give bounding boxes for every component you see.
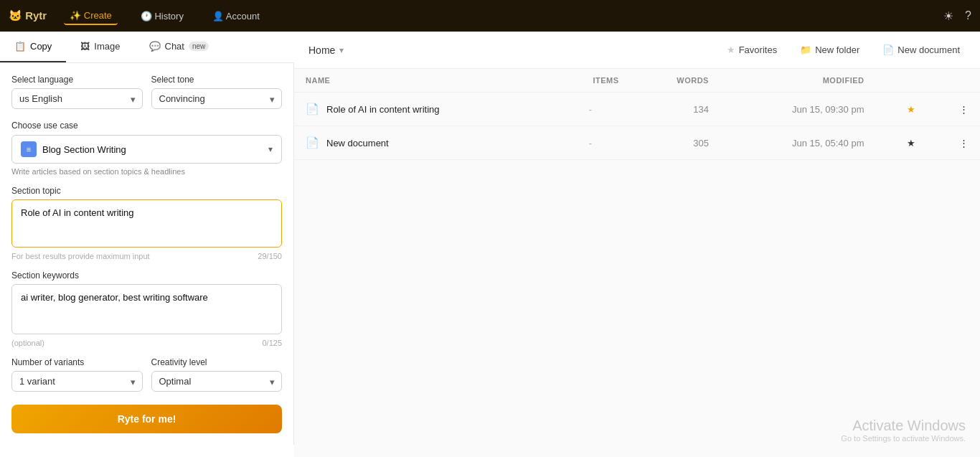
variants-select[interactable]: 1 variant xyxy=(11,371,143,392)
document-icon: 📄 xyxy=(882,44,894,55)
file-icon: 📄 xyxy=(306,136,319,149)
image-label: Image xyxy=(94,41,120,52)
right-actions: ★ Favorites 📁 New folder 📄 New document xyxy=(721,42,966,58)
tone-select-wrapper: Convincing xyxy=(151,88,283,109)
file-modified: Jun 15, 05:40 pm xyxy=(720,126,876,160)
table-body: 📄 Role of AI in content writing - 134 Ju… xyxy=(294,93,980,160)
new-folder-button[interactable]: 📁 New folder xyxy=(794,42,865,58)
section-topic-count: 29/150 xyxy=(258,252,282,260)
file-name-cell: 📄 New document xyxy=(294,126,550,160)
new-document-button[interactable]: 📄 New document xyxy=(877,42,966,58)
file-icon: 📄 xyxy=(306,103,319,116)
use-case-icon: ≡ xyxy=(21,141,37,157)
breadcrumb-text: Home xyxy=(308,44,335,56)
table-header: NAME ITEMS WORDS MODIFIED xyxy=(294,69,980,93)
creativity-select[interactable]: Optimal xyxy=(151,371,283,392)
right-panel: Home ▾ ★ Favorites 📁 New folder 📄 New do… xyxy=(294,32,980,457)
table-row[interactable]: 📄 Role of AI in content writing - 134 Ju… xyxy=(294,93,980,126)
main-layout: 📋 Copy 🖼 Image 💬 Chat new Select languag… xyxy=(0,32,980,457)
section-keywords-label: Section keywords xyxy=(11,270,282,281)
variants-creativity-row: Number of variants 1 variant Creativity … xyxy=(11,357,282,392)
file-name-cell: 📄 Role of AI in content writing xyxy=(294,93,550,126)
section-topic-hint-text: For best results provide maximum input xyxy=(11,252,150,260)
history-label: 🕐 History xyxy=(141,11,184,22)
variants-label: Number of variants xyxy=(11,357,143,367)
chat-badge: new xyxy=(189,42,209,51)
col-items: ITEMS xyxy=(550,69,630,93)
tone-label: Select tone xyxy=(151,75,283,85)
top-nav: 🐱 Rytr ✨ Create 🕐 History 👤 Account ☀ ? xyxy=(0,0,980,32)
variants-select-wrapper: 1 variant xyxy=(11,371,143,392)
use-case-desc: Write articles based on section topics &… xyxy=(11,167,282,176)
favorites-label: Favorites xyxy=(739,44,777,55)
file-words: 134 xyxy=(631,93,720,126)
breadcrumb-chevron-icon: ▾ xyxy=(339,45,344,55)
tone-select[interactable]: Convincing xyxy=(151,88,283,109)
file-items: - xyxy=(550,93,630,126)
file-more[interactable]: ⋮ xyxy=(927,126,980,160)
tab-chat[interactable]: 💬 Chat new xyxy=(135,32,224,62)
copy-icon: 📋 xyxy=(14,41,26,52)
logo-text: 🐱 Rytr xyxy=(9,9,47,22)
favorites-button[interactable]: ★ Favorites xyxy=(721,42,783,58)
new-document-label: New document xyxy=(897,44,960,55)
folder-icon: 📁 xyxy=(800,44,811,55)
language-tone-row: Select language us English Select tone C… xyxy=(11,75,282,109)
sub-nav: 📋 Copy 🖼 Image 💬 Chat new xyxy=(0,32,294,63)
file-table: NAME ITEMS WORDS MODIFIED 📄 Role of AI i… xyxy=(294,69,980,160)
nav-create[interactable]: ✨ Create xyxy=(64,7,118,25)
table-row[interactable]: 📄 New document - 305 Jun 15, 05:40 pm ★ … xyxy=(294,126,980,160)
creativity-label: Creativity level xyxy=(151,357,283,367)
chat-icon: 💬 xyxy=(149,41,161,52)
file-name: Role of AI in content writing xyxy=(326,104,440,115)
breadcrumb[interactable]: Home ▾ xyxy=(308,44,344,56)
section-keywords-input[interactable]: ai writer, blog generator, best writing … xyxy=(11,284,282,334)
col-star xyxy=(875,69,927,93)
help-icon[interactable]: ? xyxy=(965,9,971,22)
section-topic-input[interactable]: Role of AI in content writing xyxy=(11,199,282,248)
tone-group: Select tone Convincing xyxy=(151,75,283,109)
file-modified: Jun 15, 09:30 pm xyxy=(720,93,876,126)
image-icon: 🖼 xyxy=(80,41,90,52)
tab-image[interactable]: 🖼 Image xyxy=(66,32,134,62)
logo[interactable]: 🐱 Rytr xyxy=(9,9,47,22)
col-name: NAME xyxy=(294,69,550,93)
chat-label: Chat xyxy=(165,41,184,52)
file-name: New document xyxy=(326,138,389,149)
nav-account[interactable]: 👤 Account xyxy=(207,8,265,24)
language-group: Select language us English xyxy=(11,75,143,109)
new-folder-label: New folder xyxy=(815,44,859,55)
use-case-select[interactable]: ≡ Blog Section Writing ▾ xyxy=(11,135,282,164)
account-label: 👤 Account xyxy=(212,11,260,22)
keywords-optional: (optional) xyxy=(11,339,44,347)
tab-copy[interactable]: 📋 Copy xyxy=(0,32,66,62)
col-modified: MODIFIED xyxy=(720,69,876,93)
file-star[interactable]: ★ xyxy=(875,93,927,126)
use-case-label: Choose use case xyxy=(11,121,282,131)
create-label: ✨ Create xyxy=(70,10,112,21)
nav-right: ☀ ? xyxy=(943,9,971,23)
col-words: WORDS xyxy=(631,69,720,93)
nav-history[interactable]: 🕐 History xyxy=(135,8,189,24)
section-topic-label: Section topic xyxy=(11,186,282,196)
keywords-hint: (optional) 0/125 xyxy=(11,339,282,347)
keywords-count: 0/125 xyxy=(262,339,282,347)
file-more[interactable]: ⋮ xyxy=(927,93,980,126)
file-words: 305 xyxy=(631,126,720,160)
creativity-select-wrapper: Optimal xyxy=(151,371,283,392)
section-topic-hint: For best results provide maximum input 2… xyxy=(11,252,282,260)
language-label: Select language xyxy=(11,75,143,85)
variants-group: Number of variants 1 variant xyxy=(11,357,143,392)
sun-icon[interactable]: ☀ xyxy=(943,9,953,23)
copy-label: Copy xyxy=(30,41,52,52)
right-header: Home ▾ ★ Favorites 📁 New folder 📄 New do… xyxy=(294,32,980,69)
language-select[interactable]: us English xyxy=(11,88,143,109)
creativity-group: Creativity level Optimal xyxy=(151,357,283,392)
generate-button[interactable]: Ryte for me! xyxy=(11,405,282,433)
left-panel: Select language us English Select tone C… xyxy=(0,63,294,445)
star-icon: ★ xyxy=(727,44,735,55)
file-items: - xyxy=(550,126,630,160)
file-star[interactable]: ★ xyxy=(875,126,927,160)
col-more xyxy=(927,69,980,93)
use-case-chevron-icon: ▾ xyxy=(268,144,273,154)
